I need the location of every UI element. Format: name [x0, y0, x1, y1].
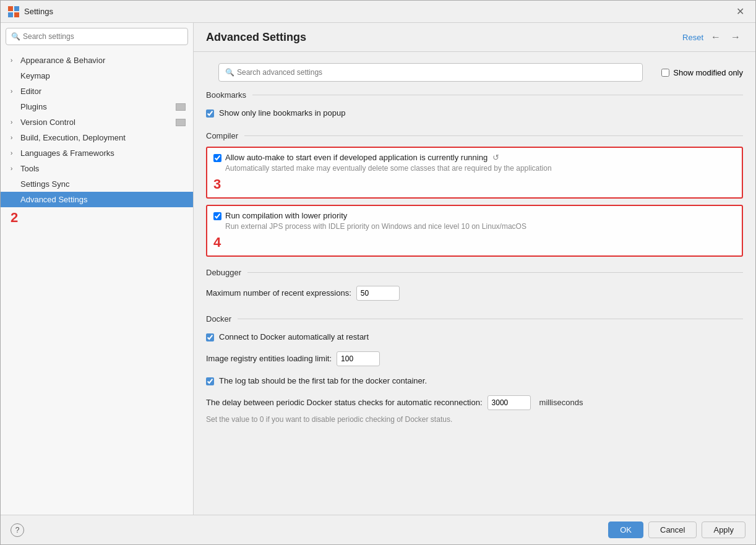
section-title: Bookmarks [206, 90, 246, 100]
settings-body: Bookmarks Show only line bookmarks in po… [194, 90, 755, 515]
setting-show-line-bookmarks: Show only line bookmarks in popup [206, 106, 755, 120]
run-compilation-lower-checkbox[interactable] [213, 212, 221, 220]
sidebar-item-label: Settings Sync [20, 179, 70, 189]
image-registry-limit-row: Image registry entities loading limit: [206, 349, 755, 369]
sidebar-search-container[interactable]: 🔍 [6, 28, 188, 45]
expand-arrow: › [11, 57, 19, 64]
sidebar-item-build-execution[interactable]: › Build, Execution, Deployment [1, 130, 193, 145]
reset-icon[interactable]: ↺ [492, 153, 499, 162]
setting-sublabel: Automatically started make may eventuall… [225, 163, 552, 174]
forward-button[interactable]: → [728, 30, 743, 44]
setting-label: Connect to Docker automatically at resta… [219, 332, 369, 341]
app-icon [8, 6, 19, 17]
compiler-item-1-row: Allow auto-make to start even if develop… [213, 153, 736, 174]
log-tab-first-row: The log tab should be the first tab for … [206, 374, 755, 388]
show-modified-container: Show modified only [661, 68, 743, 77]
setting-label: Allow auto-make to start even if develop… [225, 153, 488, 162]
section-title: Docker [206, 314, 231, 324]
expand-arrow: › [11, 88, 19, 95]
setting-label: Show only line bookmarks in popup [219, 108, 346, 118]
section-header-docker: Docker [206, 314, 743, 324]
compiler-item-2-row: Run compilation with lower priority Run … [213, 211, 736, 232]
sidebar-item-appearance[interactable]: › Appearance & Behavior [1, 53, 193, 68]
advanced-search-container[interactable]: 🔍 [218, 63, 643, 82]
main-header: Advanced Settings Reset ← → [194, 23, 755, 52]
max-expressions-input[interactable] [356, 286, 400, 301]
title-bar: Settings ✕ [1, 1, 755, 23]
sidebar-item-editor[interactable]: › Editor [1, 84, 193, 99]
setting-label-container: Show only line bookmarks in popup [219, 108, 346, 118]
annotation-number: 3 [213, 176, 228, 192]
show-modified-checkbox[interactable] [661, 69, 669, 77]
sidebar-item-advanced-settings[interactable]: Advanced Settings [1, 192, 193, 207]
sidebar: 🔍 › Appearance & Behavior Keymap › Edito… [1, 23, 194, 515]
expand-arrow: › [11, 165, 19, 172]
sidebar-item-label: Tools [20, 164, 39, 173]
sidebar-search-input[interactable] [23, 32, 183, 41]
sidebar-item-label: Languages & Frameworks [20, 148, 114, 158]
section-header-compiler: Compiler [206, 131, 743, 140]
search-icon: 🔍 [11, 32, 20, 41]
search-icon: 🔍 [225, 68, 234, 77]
section-bookmarks: Bookmarks Show only line bookmarks in po… [206, 90, 755, 120]
max-expressions-label: Maximum number of recent expressions: [206, 288, 351, 298]
plugin-icon [176, 103, 186, 111]
docker-delay-row: The delay between periodic Docker status… [206, 393, 755, 413]
sidebar-item-label: Build, Execution, Deployment [20, 133, 126, 142]
sidebar-item-label: Advanced Settings [20, 195, 87, 204]
bottom-bar: ? OK Cancel Apply [1, 515, 755, 544]
sidebar-annotation: 2 [1, 207, 193, 228]
main-panel: Advanced Settings Reset ← → 🔍 Show modif… [194, 23, 755, 515]
sidebar-item-plugins[interactable]: Plugins [1, 99, 193, 114]
section-divider [238, 319, 743, 319]
sidebar-item-label: Version Control [20, 118, 75, 127]
expand-arrow: › [11, 119, 19, 126]
connect-docker-checkbox[interactable] [206, 333, 214, 341]
show-line-bookmarks-checkbox[interactable] [206, 109, 214, 118]
svg-rect-0 [8, 6, 13, 11]
setting-label: The log tab should be the first tab for … [219, 376, 427, 385]
sidebar-item-label: Keymap [20, 71, 50, 80]
setting-sublabel: Run external JPS process with IDLE prior… [225, 221, 526, 232]
setting-label: Run compilation with lower priority [225, 211, 526, 220]
svg-rect-3 [14, 12, 19, 17]
allow-auto-make-checkbox[interactable] [213, 154, 221, 162]
header-actions: Reset ← → [682, 30, 743, 44]
section-header-bookmarks: Bookmarks [206, 90, 743, 100]
plugin-icon [176, 119, 186, 126]
image-registry-label: Image registry entities loading limit: [206, 354, 332, 363]
compiler-item-1-label-row: Allow auto-make to start even if develop… [225, 153, 552, 162]
docker-delay-hint: Set the value to 0 if you want to disabl… [206, 415, 755, 424]
advanced-search-input[interactable] [237, 68, 636, 77]
cancel-button[interactable]: Cancel [648, 521, 697, 538]
max-recent-expressions-row: Maximum number of recent expressions: [206, 283, 755, 303]
ok-button[interactable]: OK [608, 521, 643, 538]
show-modified-label: Show modified only [673, 68, 743, 77]
compiler-item-1-content: Allow auto-make to start even if develop… [225, 153, 552, 174]
sidebar-item-label: Plugins [20, 102, 47, 111]
expand-arrow: › [11, 150, 19, 157]
bottom-buttons: OK Cancel Apply [608, 521, 745, 538]
compiler-allow-auto-make-box: Allow auto-make to start even if develop… [206, 147, 743, 199]
log-tab-first-checkbox[interactable] [206, 377, 214, 385]
section-title: Compiler [206, 131, 238, 140]
page-title: Advanced Settings [206, 31, 682, 44]
image-registry-input[interactable] [337, 351, 380, 366]
sidebar-item-settings-sync[interactable]: Settings Sync [1, 176, 193, 192]
close-button[interactable]: ✕ [732, 4, 748, 19]
sidebar-item-tools[interactable]: › Tools [1, 161, 193, 176]
svg-rect-1 [14, 6, 19, 11]
expand-arrow: › [11, 134, 19, 141]
section-header-debugger: Debugger [206, 268, 743, 277]
sidebar-item-version-control[interactable]: › Version Control [1, 114, 193, 130]
annotation-number: 4 [213, 234, 228, 251]
reset-button[interactable]: Reset [682, 33, 703, 42]
sidebar-item-languages[interactable]: › Languages & Frameworks [1, 145, 193, 161]
sidebar-item-label: Appearance & Behavior [20, 56, 105, 65]
docker-delay-input[interactable] [488, 395, 531, 410]
annotation-4-row: 4 [213, 234, 736, 251]
apply-button[interactable]: Apply [702, 521, 745, 538]
help-button[interactable]: ? [11, 523, 24, 537]
back-button[interactable]: ← [708, 30, 723, 44]
sidebar-item-keymap[interactable]: Keymap [1, 68, 193, 84]
